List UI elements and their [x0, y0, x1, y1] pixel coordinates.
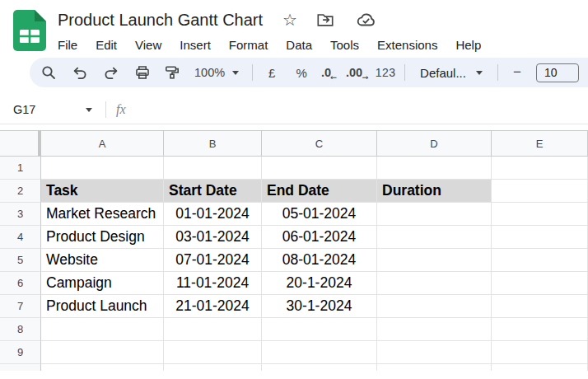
move-folder-icon[interactable]	[313, 7, 338, 32]
menu-data[interactable]: Data	[277, 35, 321, 54]
row-header-3[interactable]: 3	[0, 203, 41, 226]
cell-B9[interactable]	[164, 341, 262, 364]
row-header-10[interactable]: 10	[0, 364, 41, 371]
cell-C6[interactable]: 20-1-2024	[262, 272, 377, 295]
decrease-decimal-button[interactable]: .0←	[317, 60, 342, 85]
menu-insert[interactable]: Insert	[170, 35, 220, 54]
cell-C9[interactable]	[262, 341, 377, 364]
cell-B5[interactable]: 07-01-2024	[164, 249, 262, 272]
cell-D10[interactable]	[377, 364, 492, 371]
cell-E9[interactable]	[492, 341, 588, 364]
cell-B8[interactable]	[164, 318, 262, 341]
cell-C5[interactable]: 08-01-2024	[262, 249, 377, 272]
cell-A8[interactable]	[41, 318, 164, 341]
decrease-font-size-button[interactable]: −	[505, 60, 530, 85]
row-header-6[interactable]: 6	[0, 272, 41, 295]
cell-D1[interactable]	[377, 157, 492, 180]
sheets-logo[interactable]	[13, 10, 46, 51]
more-formats-button[interactable]: 123	[373, 60, 398, 85]
cell-A2[interactable]: Task	[41, 180, 164, 203]
cell-D5[interactable]	[377, 249, 492, 272]
formula-bar-divider	[105, 101, 106, 118]
col-header-D[interactable]: D	[377, 130, 492, 157]
cell-D8[interactable]	[377, 318, 492, 341]
row-header-9[interactable]: 9	[0, 341, 41, 364]
cell-D2[interactable]: Duration	[377, 180, 492, 203]
col-header-E[interactable]: E	[492, 130, 588, 157]
cell-E1[interactable]	[492, 157, 588, 180]
col-header-C[interactable]: C	[262, 130, 377, 157]
menu-extensions[interactable]: Extensions	[368, 35, 446, 54]
cell-C10[interactable]	[262, 364, 377, 371]
menu-tools[interactable]: Tools	[321, 35, 368, 54]
cell-E3[interactable]	[492, 203, 588, 226]
cloud-saved-icon[interactable]	[353, 7, 378, 32]
cell-B2[interactable]: Start Date	[164, 180, 262, 203]
toolbar-divider	[404, 64, 405, 81]
cell-D3[interactable]	[377, 203, 492, 226]
cell-C4[interactable]: 06-01-2024	[262, 226, 377, 249]
cell-B7[interactable]: 21-01-2024	[164, 295, 262, 318]
cell-B3[interactable]: 01-01-2024	[164, 203, 262, 226]
cell-B6[interactable]: 11-01-2024	[164, 272, 262, 295]
menu-format[interactable]: Format	[220, 35, 278, 54]
toolbar: 100% £ % .0← .00→ 123 Defaul... − 10	[30, 58, 588, 87]
cell-B4[interactable]: 03-01-2024	[164, 226, 262, 249]
col-header-A[interactable]: A	[41, 130, 164, 157]
cell-D6[interactable]	[377, 272, 492, 295]
col-header-B[interactable]: B	[164, 130, 262, 157]
redo-icon[interactable]	[99, 60, 124, 85]
cell-C3[interactable]: 05-01-2024	[262, 203, 377, 226]
cell-E6[interactable]	[492, 272, 588, 295]
row-header-2[interactable]: 2	[0, 180, 41, 203]
cell-D9[interactable]	[377, 341, 492, 364]
currency-format-button[interactable]: £	[259, 60, 284, 85]
cell-A5[interactable]: Website	[41, 249, 164, 272]
menu-file[interactable]: File	[49, 35, 86, 54]
formula-bar: G17 fx	[0, 96, 588, 124]
row-header-5[interactable]: 5	[0, 249, 41, 272]
cell-E10[interactable]	[492, 364, 588, 371]
cell-A3[interactable]: Market Research	[41, 203, 164, 226]
document-title[interactable]: Product Launch Gantt Chart	[58, 11, 263, 30]
cell-B10[interactable]	[164, 364, 262, 371]
cell-D7[interactable]	[377, 295, 492, 318]
menu-edit[interactable]: Edit	[86, 35, 126, 54]
cell-E4[interactable]	[492, 226, 588, 249]
search-icon[interactable]	[36, 60, 61, 85]
select-all-corner[interactable]	[0, 130, 41, 157]
cell-C1[interactable]	[262, 157, 377, 180]
print-icon[interactable]	[130, 60, 155, 85]
row-header-4[interactable]: 4	[0, 226, 41, 249]
row-header-8[interactable]: 8	[0, 318, 41, 341]
star-icon[interactable]: ☆	[282, 12, 297, 28]
cell-A7[interactable]: Product Launch	[41, 295, 164, 318]
name-box[interactable]: G17	[13, 103, 92, 116]
cell-E2[interactable]	[492, 180, 588, 203]
row-header-1[interactable]: 1	[0, 157, 41, 180]
font-selector[interactable]: Defaul...	[412, 66, 491, 80]
paint-format-icon[interactable]	[160, 60, 184, 85]
menu-view[interactable]: View	[126, 35, 170, 54]
font-size-input[interactable]: 10	[536, 63, 579, 82]
cell-C7[interactable]: 30-1-2024	[262, 295, 377, 318]
cell-E7[interactable]	[492, 295, 588, 318]
menu-help[interactable]: Help	[446, 35, 490, 54]
cell-A1[interactable]	[41, 157, 164, 180]
cell-A9[interactable]	[41, 341, 164, 364]
cell-D4[interactable]	[377, 226, 492, 249]
cell-A6[interactable]: Campaign	[41, 272, 164, 295]
zoom-selector[interactable]: 100%	[188, 66, 245, 79]
percent-format-button[interactable]: %	[289, 60, 314, 85]
cell-E5[interactable]	[492, 249, 588, 272]
cell-B1[interactable]	[164, 157, 262, 180]
cell-A10[interactable]	[41, 364, 164, 371]
cell-C2[interactable]: End Date	[262, 180, 377, 203]
row-header-7[interactable]: 7	[0, 295, 41, 318]
formula-input[interactable]	[126, 96, 588, 124]
cell-C8[interactable]	[262, 318, 377, 341]
cell-E8[interactable]	[492, 318, 588, 341]
increase-decimal-button[interactable]: .00→	[345, 60, 370, 85]
undo-icon[interactable]	[68, 60, 92, 85]
cell-A4[interactable]: Product Design	[41, 226, 164, 249]
